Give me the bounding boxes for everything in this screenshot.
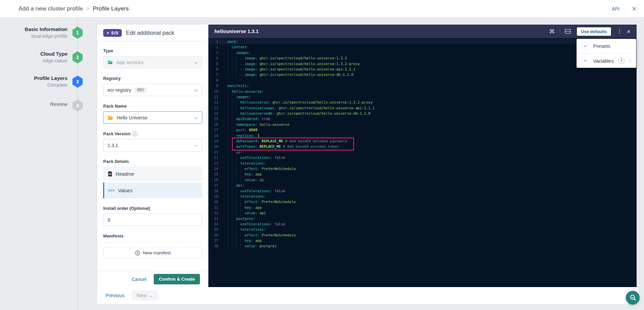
code-line[interactable]: 17port: 8080 [208,127,637,133]
cancel-button[interactable]: Cancel [131,277,146,282]
kebab-menu-icon[interactable]: ⋮ [617,28,622,34]
code-line[interactable]: 2content: [208,44,637,50]
variables-row[interactable]: Variables ? ⋮ [577,53,636,68]
registry-select[interactable]: ecr-registry OCI [103,84,202,96]
pack-details-label: Pack Details [103,159,202,164]
pack-name-label: Pack Name [103,104,202,109]
code-line[interactable]: 3images: [208,50,637,55]
code-line[interactable]: 8 [208,78,637,83]
code-line[interactable]: 35tolerations: [208,227,637,232]
line-number: 1 [208,39,223,44]
chevron-down-icon[interactable] [581,42,589,50]
code-line[interactable]: 37key: app [208,238,637,243]
code-line[interactable]: 22useTolerations: false [208,155,637,160]
install-order-value: 0 [108,217,110,223]
line-number: 14 [208,111,223,116]
code-line[interactable]: 11images: [208,94,637,100]
close-icon[interactable]: × [632,5,637,13]
command-palette-icon[interactable]: ⌘ [549,28,555,35]
presets-label: Presets [593,43,610,49]
panel-title: Edit additional pack [126,30,174,36]
type-value: App services [116,60,143,65]
line-number: 27 [208,182,223,188]
step-number-badge[interactable]: 2 [72,51,83,63]
code-line[interactable]: 16namespace: hello-universe [208,122,637,127]
code-line[interactable]: 9manifests: [208,83,637,88]
split-view-icon[interactable] [565,29,571,34]
api-link[interactable]: API [612,6,619,11]
line-number: 7 [208,72,223,77]
page-header: Add a new cluster profile>Profile Layers… [0,0,644,18]
line-number: 17 [208,127,223,133]
code-line[interactable]: 18replicas: 1 [208,133,637,138]
values-tab[interactable]: </> Values [103,182,202,198]
code-line[interactable]: 32value: api [208,210,637,216]
code-line[interactable]: 21ui: [208,149,637,155]
line-number: 5 [208,61,223,66]
code-line[interactable]: 12hellouniverse: ghcr.io/spectrocloud/he… [208,100,637,105]
code-line[interactable]: 38value: postgres [208,243,637,249]
line-number: 19 [208,138,223,144]
help-icon[interactable]: ? [618,58,624,64]
presets-row[interactable]: Presets [577,39,636,53]
code-line[interactable]: 19dbPassword: REPLACE_ME # Add base64 en… [208,138,637,144]
pack-name-select[interactable]: Hello Universe [103,111,202,124]
code-line[interactable]: 27api: [208,182,637,188]
info-icon[interactable]: i [133,131,138,136]
code-line[interactable]: 5- image: ghcr.io/spectrocloud/hello-uni… [208,61,637,66]
code-line[interactable]: 14hellouniversedb: ghcr.io/spectrocloud/… [208,111,637,116]
code-line[interactable]: 25key: app [208,171,637,177]
support-chat-button[interactable] [626,291,640,305]
line-number: 24 [208,166,223,171]
folder-icon [108,60,113,64]
toolbar-divider [560,29,560,34]
registry-label: Registry [103,76,202,81]
code-line[interactable]: 6- image: ghcr.io/spectrocloud/hello-uni… [208,66,637,72]
code-line[interactable]: 13hellouniverseapi: ghcr.io/spectrocloud… [208,105,637,111]
yaml-editor: hellouniverse 1.3.1 ⌘ Use defaults ⋮ × 1… [208,25,637,287]
line-number: 34 [208,221,223,227]
new-manifest-button[interactable]: New manifest [103,248,202,258]
step-number-badge[interactable]: 4 [72,100,83,112]
code-lines[interactable]: 1pack:2content:3images:4- image: ghcr.io… [208,38,637,249]
step-number-badge[interactable]: 3 [72,76,83,88]
code-line[interactable]: 31key: app [208,205,637,210]
step-subtitle: edge-native [0,58,67,63]
code-line[interactable]: 20authToken: REPLACE_ME # Add base64 enc… [208,144,637,149]
kebab-menu-icon[interactable]: ⋮ [628,58,632,63]
confirm-create-button[interactable]: Confirm & Create [154,274,200,284]
line-number: 22 [208,155,223,160]
pack-version-value: 1.3.1 [108,143,118,148]
code-line[interactable]: 34useTolerations: false [208,221,637,227]
code-line[interactable]: 30effect: PreferNoSchedule [208,199,637,204]
code-line[interactable]: 15apiEnabled: true [208,116,637,121]
next-button[interactable]: Next → [132,290,157,301]
line-number: 11 [208,94,223,100]
editor-close-icon[interactable]: × [627,28,631,35]
line-number: 31 [208,205,223,210]
code-line[interactable]: 4- image: ghcr.io/spectrocloud/hello-uni… [208,55,637,61]
code-line[interactable]: 33postgres: [208,216,637,221]
readme-tab[interactable]: Readme [103,167,202,181]
code-line[interactable]: 7- image: ghcr.io/spectrocloud/hello-uni… [208,72,637,77]
code-line[interactable]: 24effect: PreferNoSchedule [208,166,637,171]
pack-version-select[interactable]: 1.3.1 [103,139,202,151]
previous-button[interactable]: Previous [106,293,124,298]
line-number: 26 [208,177,223,182]
line-number: 28 [208,188,223,194]
document-icon [108,171,112,176]
code-line[interactable]: 23tolerations: [208,161,637,166]
code-line[interactable]: 10hello-universe: [208,89,637,94]
chevron-down-icon[interactable] [581,57,589,65]
code-line[interactable]: 36effect: PreferNoSchedule [208,232,637,238]
line-number: 6 [208,66,223,72]
line-number: 32 [208,210,223,216]
use-defaults-button[interactable]: Use defaults [577,27,611,36]
type-select[interactable]: App services [103,56,202,68]
code-line[interactable]: 26value: ui [208,177,637,182]
code-line[interactable]: 1pack: [208,39,637,44]
step-number-badge[interactable]: 1 [72,27,83,39]
code-line[interactable]: 29tolerations: [208,194,637,199]
code-line[interactable]: 28useTolerations: false [208,188,637,194]
install-order-input[interactable]: 0 [103,214,202,226]
